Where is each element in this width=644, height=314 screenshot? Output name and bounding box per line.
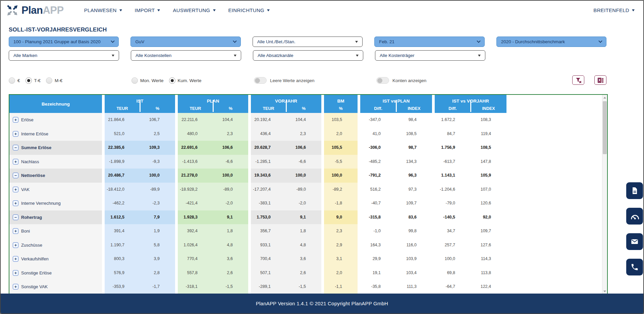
row-expand-button[interactable]: +: [13, 187, 18, 192]
dropdown-alle-marken[interactable]: Alle Marken: [9, 50, 119, 61]
planapp-logo-icon: [5, 3, 19, 17]
unit-option-t[interactable]: T-€: [25, 77, 41, 84]
user-menu[interactable]: BREITENFELD: [593, 7, 635, 13]
nav-item-import[interactable]: IMPORT: [128, 7, 167, 13]
row-expand-button[interactable]: +: [13, 270, 18, 276]
value-cell: -40,7: [360, 196, 396, 210]
scroll-down-button[interactable]: [602, 289, 607, 294]
value-cell: 5,8: [140, 238, 175, 252]
dropdown-feb-21[interactable]: Feb. 21: [374, 37, 484, 47]
column-header-ist-vs-vorjahr[interactable]: IST vs VORJAHRDiff.INDEX: [435, 95, 506, 113]
column-header-ist[interactable]: ISTTEUR%: [105, 95, 175, 113]
row-collapse-button[interactable]: −: [13, 214, 18, 220]
row-collapse-button[interactable]: −: [13, 173, 18, 178]
column-header-ist-vs-plan[interactable]: IST vs PLANDiff.INDEX: [360, 95, 432, 113]
value-cell: 98,7: [396, 141, 432, 155]
column-gap: [321, 183, 324, 197]
value-cell: 103,4: [396, 266, 432, 280]
row-label-cell: −Summe Erlöse: [9, 141, 102, 155]
row-expand-button[interactable]: +: [13, 131, 18, 137]
comparison-table: BezeichnungISTTEUR%PLANTEUR%VORJAHRTEUR%…: [9, 94, 608, 295]
dropdown-2020-durchschnittsbenchmark[interactable]: 2020 - Durchschnittsbenchmark: [496, 37, 606, 47]
nav-item-einrichtung[interactable]: EINRICHTUNG: [222, 7, 276, 13]
export-excel-button[interactable]: X: [594, 75, 606, 85]
radio-label: T-€: [34, 78, 41, 83]
radio-unselected[interactable]: [131, 77, 138, 84]
value-cell: 392,4: [178, 224, 213, 238]
fab-mail-button[interactable]: [626, 233, 643, 250]
column-gap: [358, 95, 360, 113]
radio-unselected[interactable]: [9, 77, 15, 84]
value-cell: 1,9: [140, 224, 175, 238]
planapp-logo[interactable]: PlanAPP: [5, 3, 64, 17]
value-mode-option-mon-werte[interactable]: Mon. Werte: [131, 77, 164, 84]
scroll-up-button[interactable]: [602, 95, 607, 100]
toggle-knob: [255, 78, 260, 83]
dropdown-100-planung-2021-gruppe-auf-basis-2020[interactable]: 100 - Planung 2021 Gruppe auf Basis 2020: [9, 37, 119, 47]
value-cell: -35,8: [360, 280, 396, 294]
value-cell: 22.211,6: [178, 113, 213, 127]
row-expand-button[interactable]: +: [13, 242, 18, 248]
unit-option-m[interactable]: M-€: [46, 77, 62, 84]
dropdown-alle-unt-bet-stan[interactable]: Alle Unt./Bet./Stan.: [253, 37, 363, 47]
column-header-bm[interactable]: BM%: [324, 95, 358, 113]
value-cell: -347,0: [360, 113, 396, 127]
value-cell: -9,3: [140, 155, 175, 169]
radio-label: M-€: [55, 78, 62, 83]
nav-item-planwesen[interactable]: PLANWESEN: [78, 7, 128, 13]
dropdown-selected-value: Alle Kostenträger: [380, 53, 415, 58]
dropdown-alle-absatzkan-le[interactable]: Alle Absatzkanäle: [253, 50, 363, 61]
brand-name-primary: Plan: [21, 4, 43, 16]
value-cell: 113,8: [471, 266, 506, 280]
radio-unselected[interactable]: [46, 77, 52, 84]
row-expand-button[interactable]: +: [13, 200, 18, 206]
row-collapse-button[interactable]: −: [13, 145, 18, 150]
toggle-konten-anzeigen[interactable]: [376, 77, 389, 84]
value-cell: -383,1: [251, 196, 286, 210]
dropdown-alle-kostentr-ger[interactable]: Alle Kostenträger: [375, 50, 485, 61]
value-mode-option-kum-werte[interactable]: Kum. Werte: [169, 77, 202, 84]
row-expand-button[interactable]: +: [13, 159, 18, 165]
chevron-down-icon: [213, 9, 216, 11]
value-cell: 2,6: [286, 266, 321, 280]
row-label-cell: +Interne Erlöse: [9, 127, 102, 141]
dropdown-selected-value: 2020 - Durchschnittsbenchmark: [501, 39, 565, 44]
scrollbar-thumb[interactable]: [603, 101, 607, 154]
radio-selected[interactable]: [25, 77, 32, 84]
dropdown-guv[interactable]: GuV: [130, 37, 240, 47]
value-cell: -18.928,2: [178, 183, 213, 197]
nav-item-auswertung[interactable]: AUSWERTUNG: [166, 7, 222, 13]
table-scrollbar[interactable]: [602, 95, 607, 294]
fab-document-button[interactable]: [626, 182, 643, 199]
row-expand-button[interactable]: +: [13, 117, 18, 123]
column-divider: [470, 100, 471, 112]
column-gap: [321, 127, 324, 141]
fab-phone-button[interactable]: [626, 259, 643, 275]
column-gap: [321, 155, 324, 169]
dropdown-selected-value: Alle Unt./Bet./Stan.: [257, 39, 296, 44]
value-cell: 84,7: [435, 127, 471, 141]
row-expand-button[interactable]: +: [13, 284, 18, 290]
value-cell: 34,7: [435, 224, 471, 238]
radio-dot: [27, 79, 30, 82]
unit-option-item[interactable]: €: [9, 77, 20, 84]
gauge-icon: [630, 211, 639, 221]
column-header-plan[interactable]: PLANTEUR%: [178, 95, 248, 113]
chevron-down-icon: [356, 55, 359, 57]
toggle-leere-werte-anzeigen[interactable]: [254, 77, 267, 84]
value-cell: 3,6: [213, 252, 248, 266]
column-header-vorjahr[interactable]: VORJAHRTEUR%: [251, 95, 321, 113]
value-cell: -2,0: [286, 196, 321, 210]
dropdown-alle-kostenstellen[interactable]: Alle Kostenstellen: [131, 50, 241, 61]
chevron-down-icon: [234, 55, 236, 57]
row-expand-button[interactable]: +: [13, 256, 18, 262]
clear-filter-button[interactable]: [572, 75, 584, 85]
radio-selected[interactable]: [169, 77, 175, 84]
fab-dashboard-button[interactable]: [626, 208, 643, 225]
svg-text:X: X: [598, 78, 600, 82]
row-expand-button[interactable]: +: [13, 228, 18, 234]
column-header-bezeichnung[interactable]: Bezeichnung: [9, 95, 102, 113]
column-gap: [248, 95, 251, 113]
value-cell: -89,0: [213, 183, 248, 197]
value-cell: 116,0: [396, 238, 432, 252]
